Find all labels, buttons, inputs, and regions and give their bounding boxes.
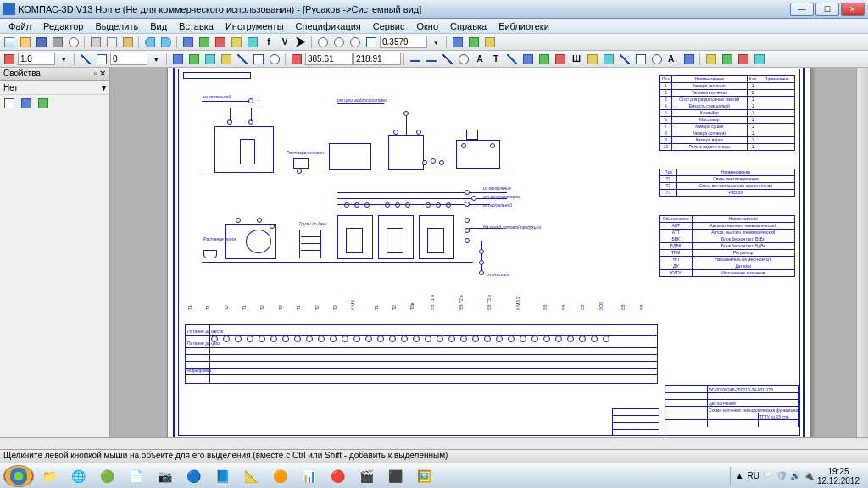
print-button[interactable] [50, 36, 65, 49]
task-item[interactable]: 📐 [237, 465, 264, 487]
props-button[interactable]: f [261, 36, 276, 49]
menu-service[interactable]: Сервис [368, 20, 410, 32]
tool-button[interactable] [633, 53, 648, 66]
zoom-in-button[interactable] [331, 36, 347, 49]
tray-icon[interactable]: 🔊 [790, 471, 800, 480]
panel-close-icon[interactable]: ▫ ✕ [94, 69, 106, 80]
rect-button[interactable] [94, 53, 109, 66]
zoom-out-button[interactable] [348, 36, 363, 49]
tool-button[interactable] [181, 36, 196, 49]
zoom-rect-button[interactable] [364, 36, 379, 49]
redo-button[interactable] [159, 36, 174, 49]
var-button[interactable]: V [277, 36, 292, 49]
tool-button[interactable] [704, 53, 719, 66]
new-button[interactable] [2, 36, 17, 49]
start-button[interactable] [3, 465, 34, 487]
refresh-button[interactable] [466, 36, 481, 49]
stop-button[interactable] [2, 53, 17, 66]
text-button[interactable]: A [472, 53, 487, 66]
menu-lib[interactable]: Библиотеки [493, 20, 554, 32]
panel-row[interactable]: Нет ▾ [0, 81, 109, 95]
minimize-button[interactable]: — [790, 3, 814, 16]
menu-help[interactable]: Справка [445, 20, 492, 32]
task-item[interactable]: 🟠 [266, 465, 293, 487]
task-item[interactable]: 🟢 [93, 465, 120, 487]
scale-input[interactable] [18, 53, 55, 65]
tool-button[interactable] [245, 36, 260, 49]
tool-button[interactable] [553, 53, 568, 66]
menu-select[interactable]: Выделить [90, 20, 143, 32]
tool-button[interactable] [682, 53, 697, 66]
tool-button[interactable] [229, 36, 244, 49]
maximize-button[interactable]: ☐ [815, 3, 839, 16]
cut-button[interactable] [88, 36, 103, 49]
task-item[interactable]: ⬛ [381, 465, 409, 487]
task-item[interactable]: 🌐 [64, 465, 92, 487]
preview-button[interactable] [66, 36, 81, 49]
zoom-input[interactable] [380, 36, 427, 48]
tool-button[interactable] [585, 53, 600, 66]
menu-tools[interactable]: Инструменты [220, 20, 289, 32]
menu-spec[interactable]: Спецификация [291, 20, 366, 32]
task-item[interactable]: 📷 [151, 465, 178, 487]
snap-button[interactable] [219, 53, 234, 66]
close-button[interactable]: ✕ [841, 3, 865, 16]
tool-button[interactable] [537, 53, 552, 66]
tool-button[interactable] [649, 53, 665, 66]
coord-y-input[interactable] [353, 53, 401, 65]
canvas[interactable]: из котельной → от цеха водоподготовки [110, 68, 868, 437]
dropdown-button[interactable]: ▾ [428, 36, 443, 49]
dim-button[interactable] [424, 53, 439, 66]
tray-icon[interactable]: 🏳️ [763, 471, 773, 480]
tab-button[interactable] [2, 97, 17, 110]
snap-button[interactable] [186, 53, 202, 66]
dropdown-button[interactable]: ▾ [56, 53, 71, 66]
menu-insert[interactable]: Вставка [174, 20, 219, 32]
tool-button[interactable] [520, 53, 536, 66]
tab-button[interactable] [36, 97, 51, 110]
tray-icon[interactable]: 🛡️ [776, 471, 787, 480]
cursor-button[interactable] [293, 36, 309, 49]
coord-x-input[interactable] [305, 53, 353, 65]
snap-button[interactable] [235, 53, 250, 66]
paste-button[interactable] [120, 36, 136, 49]
tool-button[interactable] [736, 53, 751, 66]
task-item[interactable]: 🔴 [324, 465, 351, 487]
tool-button[interactable] [213, 36, 228, 49]
tool-button[interactable] [482, 36, 498, 49]
task-item[interactable]: 🖼️ [410, 465, 437, 487]
dim-button[interactable] [456, 53, 471, 66]
zoom-fit-button[interactable] [315, 36, 331, 49]
copy-button[interactable] [104, 36, 120, 49]
tool-button[interactable] [617, 53, 632, 66]
menu-view[interactable]: Вид [145, 20, 172, 32]
dropdown-button[interactable]: ▾ [148, 53, 164, 66]
hatch-button[interactable] [504, 53, 520, 66]
line-button[interactable] [78, 53, 93, 66]
menu-file[interactable]: Файл [3, 20, 36, 32]
scrollbar-horizontal[interactable] [0, 437, 868, 449]
tab-button[interactable] [19, 97, 34, 110]
task-item[interactable]: 📄 [122, 465, 149, 487]
task-item[interactable]: 🔵 [180, 465, 207, 487]
tray-clock[interactable]: 19:25 12.12.2012 [817, 467, 860, 485]
tool-button[interactable] [720, 53, 735, 66]
tool-button[interactable] [752, 53, 767, 66]
snap-button[interactable] [170, 53, 186, 66]
stop2-button[interactable] [289, 53, 304, 66]
tool-button[interactable] [601, 53, 616, 66]
snap-button[interactable] [267, 53, 282, 66]
snap-button[interactable] [251, 53, 266, 66]
menu-editor[interactable]: Редактор [38, 20, 88, 32]
task-item[interactable]: 📁 [36, 465, 63, 487]
snap-button[interactable] [203, 53, 218, 66]
text-button[interactable]: Т [488, 53, 504, 66]
tray-icon[interactable]: 🔌 [804, 471, 814, 480]
tool-button[interactable]: A↓ [665, 53, 681, 66]
tool-button[interactable] [197, 36, 212, 49]
tool-button[interactable]: Ш [569, 53, 584, 66]
task-item[interactable]: 📘 [209, 465, 236, 487]
tray-icon[interactable]: ▲ [736, 471, 744, 480]
open-button[interactable] [18, 36, 33, 49]
pan-button[interactable] [450, 36, 465, 49]
